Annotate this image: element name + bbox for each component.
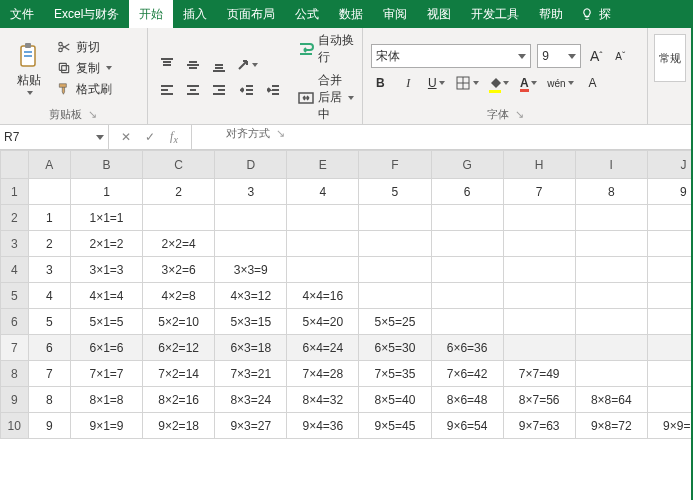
merge-center-button[interactable]: 合并后居中 xyxy=(298,72,354,123)
row-header[interactable]: 10 xyxy=(1,413,29,439)
cell[interactable]: 4×4=16 xyxy=(287,283,359,309)
cell[interactable]: 6×4=24 xyxy=(287,335,359,361)
cell[interactable]: 5 xyxy=(28,309,70,335)
orientation-button[interactable] xyxy=(236,54,258,76)
cell[interactable] xyxy=(215,205,287,231)
cell[interactable]: 9×6=54 xyxy=(431,413,503,439)
cell[interactable]: 4×3=12 xyxy=(215,283,287,309)
font-size-combo[interactable]: 9 xyxy=(537,44,581,68)
cell[interactable]: 7×5=35 xyxy=(359,361,431,387)
menu-review[interactable]: 审阅 xyxy=(373,0,417,28)
cell[interactable] xyxy=(575,309,647,335)
cut-button[interactable]: 剪切 xyxy=(56,39,112,56)
cell[interactable] xyxy=(575,257,647,283)
cell[interactable]: 8×1=8 xyxy=(70,387,142,413)
row-header[interactable]: 3 xyxy=(1,231,29,257)
menu-excel-finance[interactable]: Excel与财务 xyxy=(44,0,129,28)
font-color-button[interactable]: A xyxy=(519,74,537,92)
cell[interactable]: 8 xyxy=(575,179,647,205)
cancel-formula-button[interactable]: ✕ xyxy=(117,130,135,144)
format-painter-button[interactable]: 格式刷 xyxy=(56,81,112,98)
cell[interactable]: 5×4=20 xyxy=(287,309,359,335)
cell[interactable]: 9×2=18 xyxy=(143,413,215,439)
menu-file[interactable]: 文件 xyxy=(0,0,44,28)
cell[interactable]: 3 xyxy=(215,179,287,205)
menu-home[interactable]: 开始 xyxy=(129,0,173,28)
cell[interactable] xyxy=(503,283,575,309)
row-header[interactable]: 8 xyxy=(1,361,29,387)
align-top-button[interactable] xyxy=(156,54,178,76)
spreadsheet-grid[interactable]: A B C D E F G H I J 1123456789211×1=1322… xyxy=(0,150,693,439)
cell[interactable]: 4 xyxy=(28,283,70,309)
cell[interactable]: 6×2=12 xyxy=(143,335,215,361)
cell[interactable] xyxy=(359,231,431,257)
cell[interactable]: 5 xyxy=(359,179,431,205)
cell[interactable] xyxy=(431,257,503,283)
change-case-button[interactable]: A xyxy=(584,74,602,92)
cell[interactable] xyxy=(431,283,503,309)
cell[interactable] xyxy=(503,231,575,257)
cell[interactable]: 5×1=5 xyxy=(70,309,142,335)
copy-button[interactable]: 复制 xyxy=(56,60,112,77)
cell[interactable]: 4 xyxy=(287,179,359,205)
cell[interactable] xyxy=(287,205,359,231)
cell[interactable]: 2 xyxy=(143,179,215,205)
cell[interactable]: 2×2=4 xyxy=(143,231,215,257)
bold-button[interactable]: B xyxy=(371,74,389,92)
enter-formula-button[interactable]: ✓ xyxy=(141,130,159,144)
cell[interactable] xyxy=(359,205,431,231)
cell[interactable]: 9×4=36 xyxy=(287,413,359,439)
cell[interactable] xyxy=(215,231,287,257)
cell[interactable]: 5×3=15 xyxy=(215,309,287,335)
col-header[interactable]: A xyxy=(28,151,70,179)
cell[interactable]: 7×6=42 xyxy=(431,361,503,387)
cell[interactable] xyxy=(575,283,647,309)
cell[interactable] xyxy=(575,231,647,257)
cell[interactable]: 2×1=2 xyxy=(70,231,142,257)
cell[interactable]: 7×3=21 xyxy=(215,361,287,387)
cell[interactable] xyxy=(503,257,575,283)
cell[interactable] xyxy=(647,283,693,309)
align-right-button[interactable] xyxy=(208,80,230,102)
cell[interactable]: 7×2=14 xyxy=(143,361,215,387)
fill-color-button[interactable] xyxy=(489,74,509,92)
cell[interactable]: 8×6=48 xyxy=(431,387,503,413)
align-left-button[interactable] xyxy=(156,80,178,102)
row-header[interactable]: 4 xyxy=(1,257,29,283)
cell[interactable] xyxy=(287,231,359,257)
row-header[interactable]: 1 xyxy=(1,179,29,205)
align-bottom-button[interactable] xyxy=(208,54,230,76)
menu-dev-tools[interactable]: 开发工具 xyxy=(461,0,529,28)
cell[interactable] xyxy=(28,179,70,205)
cell[interactable]: 7×1=7 xyxy=(70,361,142,387)
cell[interactable]: 9 xyxy=(647,179,693,205)
row-header[interactable]: 2 xyxy=(1,205,29,231)
row-header[interactable]: 7 xyxy=(1,335,29,361)
cell[interactable]: 9×3=27 xyxy=(215,413,287,439)
col-header[interactable]: J xyxy=(647,151,693,179)
col-header[interactable]: G xyxy=(431,151,503,179)
cell[interactable] xyxy=(575,335,647,361)
cell[interactable]: 9×9=81 xyxy=(647,413,693,439)
cell[interactable]: 8 xyxy=(28,387,70,413)
cell[interactable] xyxy=(359,283,431,309)
increase-font-button[interactable]: Aˆ xyxy=(587,47,605,65)
cell[interactable]: 6×1=6 xyxy=(70,335,142,361)
cell[interactable] xyxy=(647,231,693,257)
cell[interactable]: 8×3=24 xyxy=(215,387,287,413)
cell[interactable] xyxy=(647,335,693,361)
paste-button[interactable]: 粘贴 xyxy=(8,42,50,95)
menu-formulas[interactable]: 公式 xyxy=(285,0,329,28)
align-center-button[interactable] xyxy=(182,80,204,102)
align-middle-button[interactable] xyxy=(182,54,204,76)
cell[interactable]: 7×4=28 xyxy=(287,361,359,387)
cell[interactable]: 6 xyxy=(431,179,503,205)
menu-help[interactable]: 帮助 xyxy=(529,0,573,28)
italic-button[interactable]: I xyxy=(399,74,417,92)
col-header[interactable]: I xyxy=(575,151,647,179)
menu-page-layout[interactable]: 页面布局 xyxy=(217,0,285,28)
cell[interactable] xyxy=(431,205,503,231)
cell[interactable] xyxy=(503,309,575,335)
cell[interactable] xyxy=(575,361,647,387)
cell[interactable]: 7 xyxy=(28,361,70,387)
